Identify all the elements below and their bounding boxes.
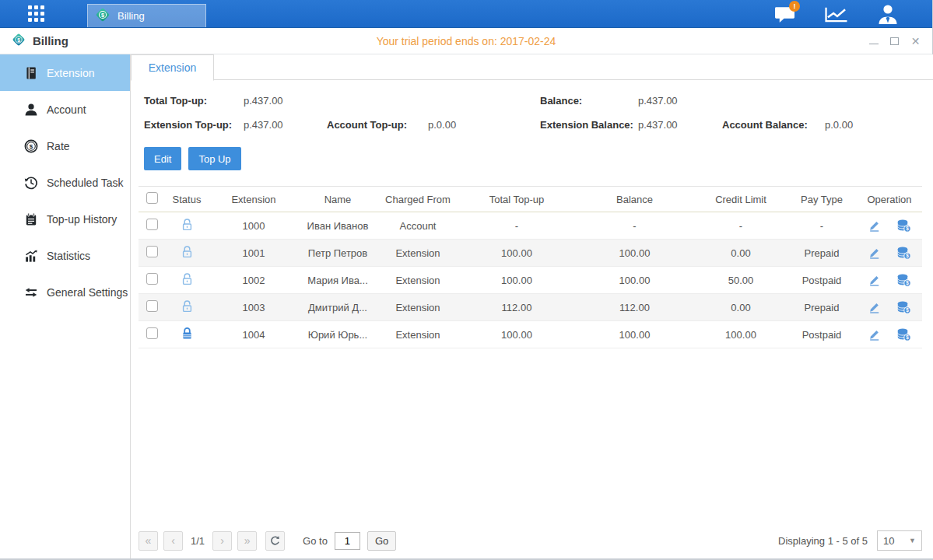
tab-extension[interactable]: Extension — [131, 54, 214, 81]
sidebar-item-label: Account — [47, 103, 86, 116]
sidebar-item-topup-history[interactable]: Top-up History — [0, 201, 130, 237]
go-button[interactable]: Go — [367, 531, 396, 551]
cell-balance: 100.00 — [574, 240, 695, 267]
billing-window: $ Billing ! — [0, 0, 933, 560]
edit-row-icon[interactable] — [868, 301, 881, 314]
cell-charged-from: Extension — [377, 294, 459, 321]
col-pay-type: Pay Type — [787, 187, 857, 212]
balance-value: p.437.00 — [638, 95, 678, 107]
goto-label: Go to — [303, 535, 328, 547]
select-all-checkbox[interactable] — [146, 192, 158, 204]
main-content: Extension Total Top-up: p.437.00 Balance… — [131, 54, 933, 558]
svg-text:$: $ — [906, 307, 909, 313]
cell-extension: 1004 — [209, 321, 299, 348]
total-topup-label: Total Top-up: — [144, 95, 207, 107]
cell-charged-from: Account — [377, 212, 459, 240]
maximize-button[interactable] — [889, 35, 900, 47]
page-size-value: 10 — [883, 535, 894, 547]
cell-charged-from: Extension — [377, 321, 459, 348]
sidebar-item-general-settings[interactable]: General Settings — [0, 274, 130, 310]
displaying-text: Displaying 1 - 5 of 5 — [778, 535, 868, 547]
cell-balance: 112.00 — [574, 294, 695, 321]
balance-label: Balance: — [540, 95, 582, 107]
sidebar-item-extension[interactable]: Extension — [0, 54, 130, 91]
edit-row-icon[interactable] — [868, 274, 881, 287]
sidebar-item-scheduled-task[interactable]: Scheduled Task — [0, 164, 130, 201]
cell-pay-type: - — [787, 212, 857, 240]
row-checkbox[interactable] — [146, 219, 158, 230]
sidebar-item-account[interactable]: Account — [0, 91, 130, 128]
notifications-button[interactable]: ! — [772, 3, 798, 25]
col-status: Status — [165, 187, 209, 212]
svg-text:$: $ — [906, 226, 909, 232]
extension-balance-label: Extension Balance: — [540, 119, 633, 131]
svg-text:$: $ — [101, 12, 104, 19]
col-charged-from: Charged From — [377, 187, 459, 212]
top-up-row-icon[interactable]: $ — [896, 247, 911, 260]
lock-open-icon — [181, 272, 194, 286]
next-page-button[interactable]: › — [212, 531, 232, 551]
sidebar-item-label: Statistics — [47, 250, 90, 262]
last-page-button[interactable]: » — [237, 531, 257, 551]
tab-strip: Extension — [131, 54, 933, 80]
billing-logo-icon: $ — [11, 32, 26, 51]
extension-topup-value: p.437.00 — [244, 119, 283, 131]
topbar-tab-label: Billing — [118, 10, 145, 22]
table-row: 1001 Петр Петров Extension 100.00 100.00… — [139, 240, 922, 267]
top-up-button[interactable]: Top Up — [188, 147, 240, 170]
edit-row-icon[interactable] — [868, 219, 881, 233]
page-size-select[interactable]: 10 ▼ — [877, 530, 922, 551]
edit-row-icon[interactable] — [868, 247, 881, 260]
sidebar-item-label: Extension — [47, 67, 94, 79]
cell-credit-limit: - — [695, 212, 787, 240]
topbar-tab-billing[interactable]: $ Billing — [87, 4, 206, 27]
apps-grid-icon[interactable] — [28, 5, 45, 23]
cell-balance: 100.00 — [574, 267, 695, 294]
row-checkbox[interactable] — [146, 246, 158, 257]
top-up-row-icon[interactable]: $ — [896, 301, 911, 314]
col-name: Name — [299, 187, 377, 212]
cell-extension: 1002 — [209, 267, 299, 294]
cell-extension: 1001 — [209, 240, 299, 267]
lock-open-icon — [181, 299, 194, 313]
minimize-button[interactable] — [868, 35, 879, 47]
sidebar-item-rate[interactable]: $ Rate — [0, 128, 130, 164]
cell-name: Юрий Юрь... — [299, 321, 377, 348]
table-row: 1000 Иван Иванов Account - - - - $ — [139, 212, 922, 240]
top-up-row-icon[interactable]: $ — [896, 328, 911, 341]
edit-row-icon[interactable] — [868, 328, 881, 341]
row-checkbox[interactable] — [146, 273, 158, 285]
refresh-icon — [269, 535, 281, 547]
cell-name: Дмитрий Д... — [299, 294, 377, 321]
top-up-row-icon[interactable]: $ — [896, 219, 911, 233]
first-page-button[interactable]: « — [139, 531, 158, 551]
notepad-icon — [24, 212, 38, 226]
top-up-row-icon[interactable]: $ — [896, 274, 911, 287]
cell-balance: - — [574, 212, 695, 240]
refresh-button[interactable] — [265, 531, 285, 551]
sidebar-item-label: General Settings — [47, 286, 128, 299]
close-button[interactable]: ✕ — [910, 35, 921, 47]
cell-extension: 1000 — [209, 212, 299, 240]
sidebar-item-label: Scheduled Task — [47, 177, 124, 189]
cell-name: Мария Ива... — [299, 267, 377, 294]
cell-extension: 1003 — [209, 294, 299, 321]
pagination-bar: « ‹ 1/1 › » Go to Go Displaying 1 - 5 of… — [139, 530, 922, 551]
col-balance: Balance — [574, 187, 695, 212]
cell-pay-type: Postpaid — [787, 321, 857, 348]
table-row: 1004 Юрий Юрь... Extension 100.00 100.00… — [139, 321, 922, 348]
cell-pay-type: Prepaid — [787, 240, 857, 267]
row-checkbox[interactable] — [146, 300, 158, 312]
cell-total-topup: 100.00 — [459, 240, 574, 267]
goto-page-input[interactable] — [335, 532, 360, 550]
sidebar-item-statistics[interactable]: Statistics — [0, 237, 130, 274]
chevron-down-icon: ▼ — [909, 537, 916, 544]
reports-chart-button[interactable] — [823, 3, 850, 25]
ledger-icon — [24, 66, 38, 80]
row-checkbox[interactable] — [146, 327, 158, 339]
cell-total-topup: 100.00 — [459, 321, 574, 348]
user-account-button[interactable] — [875, 3, 901, 25]
prev-page-button[interactable]: ‹ — [163, 531, 183, 551]
cell-name: Петр Петров — [299, 240, 377, 267]
edit-button[interactable]: Edit — [144, 147, 181, 170]
